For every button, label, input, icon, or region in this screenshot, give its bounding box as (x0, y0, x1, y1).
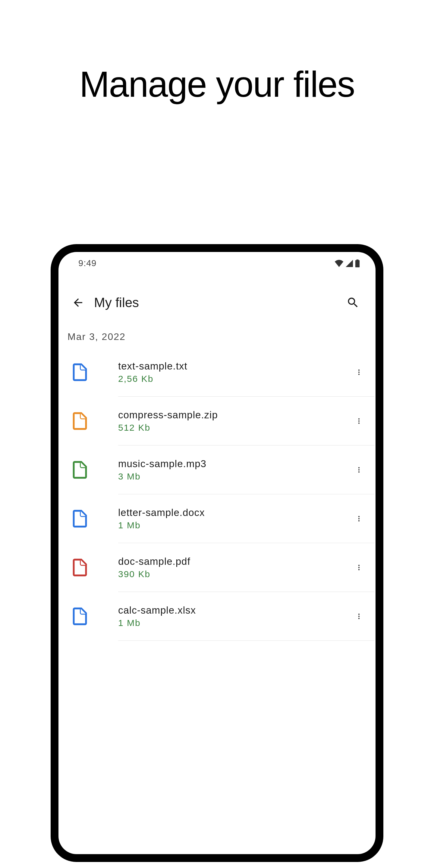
file-body: letter-sample.docx 1 Mb (118, 494, 374, 543)
file-name: text-sample.txt (118, 361, 348, 372)
page-title: My files (94, 295, 342, 310)
device-frame: 9:49 My files Mar 3, 2022 text- (51, 244, 383, 862)
file-size: 2,56 Kb (118, 374, 348, 384)
file-name: compress-sample.zip (118, 409, 348, 421)
status-time: 9:49 (79, 258, 96, 268)
file-body: calc-sample.xlsx 1 Mb (118, 592, 374, 641)
file-icon (69, 606, 90, 627)
file-list: text-sample.txt 2,56 Kb compress-sample.… (59, 348, 375, 641)
file-icon (69, 362, 90, 383)
file-icon (69, 410, 90, 432)
device-screen: 9:49 My files Mar 3, 2022 text- (59, 252, 375, 854)
file-name: doc-sample.pdf (118, 556, 348, 567)
more-vert-icon (355, 515, 363, 523)
file-row[interactable]: letter-sample.docx 1 Mb (59, 494, 375, 543)
file-name: music-sample.mp3 (118, 458, 348, 470)
status-icons (335, 259, 360, 267)
file-body: compress-sample.zip 512 Kb (118, 397, 374, 445)
battery-icon (355, 259, 360, 267)
status-bar: 9:49 (59, 252, 375, 275)
file-size: 390 Kb (118, 569, 348, 579)
search-icon (346, 296, 360, 309)
file-name: calc-sample.xlsx (118, 604, 348, 616)
file-menu-button[interactable] (348, 508, 370, 529)
file-icon (69, 459, 90, 480)
file-row[interactable]: calc-sample.xlsx 1 Mb (59, 592, 375, 641)
file-size: 512 Kb (118, 423, 348, 433)
file-body: text-sample.txt 2,56 Kb (118, 348, 374, 397)
more-vert-icon (355, 466, 363, 474)
file-menu-button[interactable] (348, 459, 370, 480)
file-size: 1 Mb (118, 618, 348, 628)
file-row[interactable]: compress-sample.zip 512 Kb (59, 397, 375, 445)
file-body: doc-sample.pdf 390 Kb (118, 543, 374, 592)
file-row[interactable]: music-sample.mp3 3 Mb (59, 445, 375, 494)
file-row[interactable]: doc-sample.pdf 390 Kb (59, 543, 375, 592)
file-size: 3 Mb (118, 471, 348, 482)
file-icon (69, 557, 90, 578)
more-vert-icon (355, 563, 363, 572)
back-button[interactable] (67, 292, 89, 313)
file-row[interactable]: text-sample.txt 2,56 Kb (59, 348, 375, 397)
file-name: letter-sample.docx (118, 507, 348, 518)
search-button[interactable] (342, 292, 364, 313)
file-menu-button[interactable] (348, 557, 370, 578)
file-body: music-sample.mp3 3 Mb (118, 445, 374, 494)
more-vert-icon (355, 417, 363, 425)
arrow-left-icon (72, 296, 84, 309)
date-group-label: Mar 3, 2022 (59, 322, 375, 348)
cell-signal-icon (345, 260, 353, 267)
file-menu-button[interactable] (348, 606, 370, 627)
app-header: My files (59, 275, 375, 322)
more-vert-icon (355, 612, 363, 621)
file-menu-button[interactable] (348, 362, 370, 383)
more-vert-icon (355, 368, 363, 376)
file-size: 1 Mb (118, 520, 348, 530)
marketing-title: Manage your files (0, 63, 434, 105)
file-icon (69, 508, 90, 529)
file-menu-button[interactable] (348, 410, 370, 432)
wifi-icon (335, 260, 344, 267)
